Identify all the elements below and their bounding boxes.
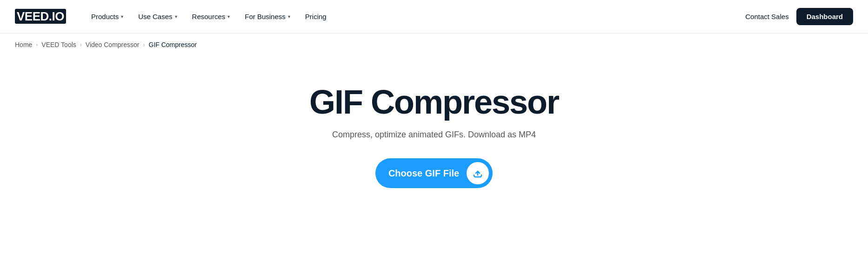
breadcrumb-separator-1: › bbox=[36, 41, 38, 48]
nav-label-for-business: For Business bbox=[245, 13, 286, 20]
nav-item-for-business[interactable]: For Business ▾ bbox=[238, 9, 297, 24]
upload-icon-circle bbox=[467, 162, 489, 184]
chevron-down-icon: ▾ bbox=[288, 14, 290, 19]
breadcrumb: Home › VEED Tools › Video Compressor › G… bbox=[0, 34, 868, 56]
dashboard-button[interactable]: Dashboard bbox=[796, 8, 853, 25]
breadcrumb-video-compressor[interactable]: Video Compressor bbox=[86, 41, 140, 48]
nav-label-products: Products bbox=[91, 13, 119, 20]
nav-label-pricing: Pricing bbox=[305, 13, 327, 20]
nav-links: Products ▾ Use Cases ▾ Resources ▾ For B… bbox=[85, 9, 745, 24]
breadcrumb-separator-3: › bbox=[143, 41, 145, 48]
nav-item-use-cases[interactable]: Use Cases ▾ bbox=[132, 9, 183, 24]
contact-sales-link[interactable]: Contact Sales bbox=[745, 13, 788, 20]
logo[interactable]: VEED.IO bbox=[15, 9, 66, 24]
choose-gif-button-label: Choose GIF File bbox=[388, 168, 459, 179]
navbar: VEED.IO Products ▾ Use Cases ▾ Resources… bbox=[0, 0, 868, 34]
breadcrumb-veed-tools[interactable]: VEED Tools bbox=[41, 41, 76, 48]
nav-label-use-cases: Use Cases bbox=[138, 13, 172, 20]
logo-text: VEED.IO bbox=[15, 9, 66, 24]
nav-item-products[interactable]: Products ▾ bbox=[85, 9, 130, 24]
chevron-down-icon: ▾ bbox=[227, 14, 230, 19]
nav-item-pricing[interactable]: Pricing bbox=[299, 9, 333, 24]
nav-right: Contact Sales Dashboard bbox=[745, 8, 853, 25]
breadcrumb-home[interactable]: Home bbox=[15, 41, 32, 48]
breadcrumb-gif-compressor: GIF Compressor bbox=[149, 41, 197, 48]
hero-subtitle: Compress, optimize animated GIFs. Downlo… bbox=[332, 130, 536, 140]
choose-gif-file-button[interactable]: Choose GIF File bbox=[375, 158, 493, 188]
breadcrumb-separator-2: › bbox=[80, 41, 82, 48]
nav-item-resources[interactable]: Resources ▾ bbox=[186, 9, 237, 24]
nav-label-resources: Resources bbox=[192, 13, 226, 20]
upload-icon bbox=[472, 168, 483, 179]
chevron-down-icon: ▾ bbox=[121, 14, 123, 19]
hero-title: GIF Compressor bbox=[309, 84, 559, 121]
hero-section: GIF Compressor Compress, optimize animat… bbox=[0, 56, 868, 211]
chevron-down-icon: ▾ bbox=[175, 14, 177, 19]
